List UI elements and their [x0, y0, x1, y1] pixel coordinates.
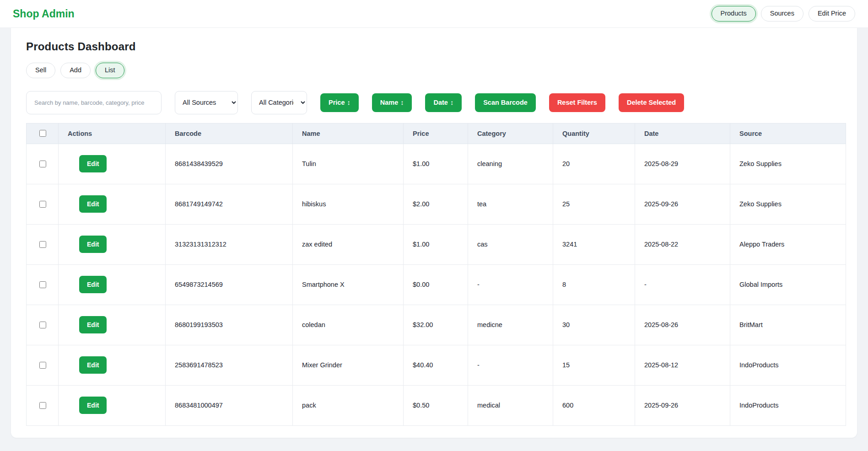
table-row: Edit 8681438439529 Tulin $1.00 cleaning … [27, 144, 846, 184]
table-body: Edit 8681438439529 Tulin $1.00 cleaning … [27, 144, 846, 425]
sort-price-button[interactable]: Price↕ [320, 93, 359, 112]
page-title: Products Dashboard [26, 40, 842, 53]
row-checkbox-cell [27, 184, 59, 224]
row-checkbox-cell [27, 144, 59, 184]
nav-products-button[interactable]: Products [712, 6, 756, 21]
name-cell: coledan [293, 305, 404, 345]
main-nav: Products Sources Edit Price [712, 6, 856, 21]
source-cell: Zeko Supplies [730, 184, 846, 224]
tab-list[interactable]: List [96, 63, 124, 78]
price-cell: $1.00 [404, 144, 468, 184]
nav-edit-price-button[interactable]: Edit Price [809, 6, 855, 21]
name-cell: Mixer Grinder [293, 345, 404, 385]
date-cell: 2025-08-12 [635, 345, 730, 385]
category-cell: - [468, 345, 553, 385]
quantity-cell: 15 [553, 345, 635, 385]
source-cell: Global Imports [730, 264, 846, 305]
header-checkbox-cell [27, 123, 59, 144]
edit-button[interactable]: Edit [79, 236, 107, 253]
actions-cell: Edit [59, 224, 166, 264]
price-cell: $2.00 [404, 184, 468, 224]
sort-date-button[interactable]: Date↕ [425, 93, 462, 112]
price-cell: $1.00 [404, 224, 468, 264]
edit-button[interactable]: Edit [79, 356, 107, 374]
up-down-arrow-icon: ↕ [400, 99, 404, 106]
nav-sources-button[interactable]: Sources [761, 6, 803, 21]
date-cell: 2025-09-26 [635, 385, 730, 425]
tab-add[interactable]: Add [60, 63, 91, 78]
barcode-cell: 6549873214569 [166, 264, 293, 305]
select-all-checkbox[interactable] [39, 130, 46, 137]
edit-button[interactable]: Edit [79, 397, 107, 414]
edit-button[interactable]: Edit [79, 195, 107, 213]
category-cell: cas [468, 224, 553, 264]
edit-button[interactable]: Edit [79, 155, 107, 172]
column-header-date: Date [635, 123, 730, 144]
source-cell: IndoProducts [730, 385, 846, 425]
categories-select[interactable]: All Categories [251, 91, 307, 114]
date-cell: 2025-09-26 [635, 184, 730, 224]
edit-button[interactable]: Edit [79, 276, 107, 293]
column-header-source: Source [730, 123, 846, 144]
sort-date-label: Date [433, 99, 447, 106]
column-header-category: Category [468, 123, 553, 144]
source-cell: BritMart [730, 305, 846, 345]
row-checkbox[interactable] [39, 161, 46, 167]
barcode-cell: 2583691478523 [166, 345, 293, 385]
column-header-barcode: Barcode [166, 123, 293, 144]
sort-name-label: Name [380, 99, 399, 106]
reset-filters-button[interactable]: Reset Filters [549, 93, 605, 112]
quantity-cell: 600 [553, 385, 635, 425]
actions-cell: Edit [59, 184, 166, 224]
column-header-price: Price [404, 123, 468, 144]
actions-cell: Edit [59, 345, 166, 385]
source-cell: Zeko Supplies [730, 144, 846, 184]
row-checkbox-cell [27, 264, 59, 305]
row-checkbox-cell [27, 305, 59, 345]
category-cell: medicne [468, 305, 553, 345]
topbar: Shop Admin Products Sources Edit Price [0, 0, 868, 28]
tab-sell[interactable]: Sell [26, 63, 55, 78]
actions-cell: Edit [59, 385, 166, 425]
row-checkbox[interactable] [39, 362, 46, 369]
delete-selected-button[interactable]: Delete Selected [619, 93, 684, 112]
table-row: Edit 8683481000497 pack $0.50 medical 60… [27, 385, 846, 425]
content-card: Products Dashboard Sell Add List All Sou… [11, 28, 857, 438]
row-checkbox-cell [27, 385, 59, 425]
filter-toolbar: All Sources All Categories Price↕ Name↕ … [26, 91, 842, 114]
name-cell: zax edited [293, 224, 404, 264]
products-table: Actions Barcode Name Price Category Quan… [26, 123, 846, 426]
date-cell: - [635, 264, 730, 305]
row-checkbox[interactable] [39, 322, 46, 328]
barcode-cell: 8681749149742 [166, 184, 293, 224]
sort-price-label: Price [329, 99, 345, 106]
table-header: Actions Barcode Name Price Category Quan… [27, 123, 846, 144]
row-checkbox[interactable] [39, 201, 46, 208]
sources-select[interactable]: All Sources [175, 91, 238, 114]
edit-button[interactable]: Edit [79, 316, 107, 333]
row-checkbox[interactable] [39, 241, 46, 248]
price-cell: $40.40 [404, 345, 468, 385]
column-header-name: Name [293, 123, 404, 144]
column-header-actions: Actions [59, 123, 166, 144]
sort-name-button[interactable]: Name↕ [372, 93, 412, 112]
search-input[interactable] [26, 91, 162, 114]
barcode-cell: 8683481000497 [166, 385, 293, 425]
barcode-cell: 31323131312312 [166, 224, 293, 264]
actions-cell: Edit [59, 144, 166, 184]
category-cell: - [468, 264, 553, 305]
row-checkbox-cell [27, 345, 59, 385]
row-checkbox[interactable] [39, 402, 46, 409]
quantity-cell: 3241 [553, 224, 635, 264]
quantity-cell: 8 [553, 264, 635, 305]
up-down-arrow-icon: ↕ [347, 99, 350, 106]
scan-barcode-button[interactable]: Scan Barcode [475, 93, 536, 112]
date-cell: 2025-08-29 [635, 144, 730, 184]
row-checkbox[interactable] [39, 281, 46, 288]
quantity-cell: 25 [553, 184, 635, 224]
name-cell: pack [293, 385, 404, 425]
name-cell: Tulin [293, 144, 404, 184]
source-cell: Aleppo Traders [730, 224, 846, 264]
category-cell: medical [468, 385, 553, 425]
name-cell: hibiskus [293, 184, 404, 224]
